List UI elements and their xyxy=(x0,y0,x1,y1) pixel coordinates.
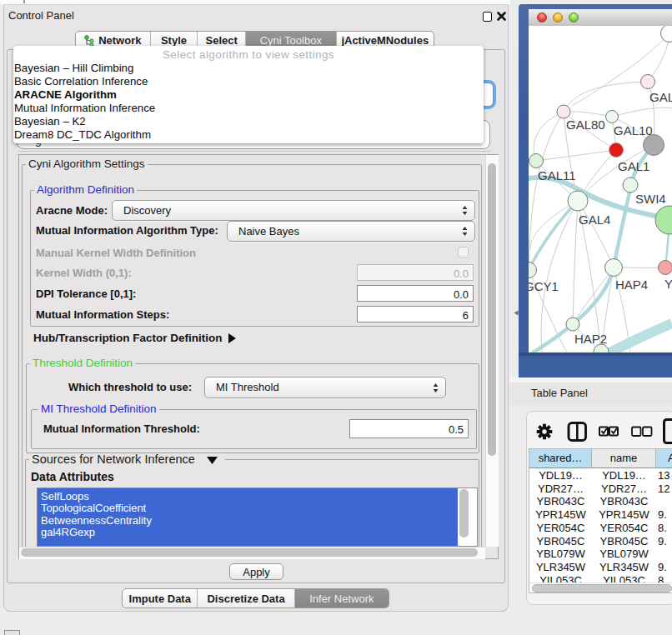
svg-text:GAL7: GAL7 xyxy=(649,90,672,104)
svg-text:GAL80: GAL80 xyxy=(566,118,605,132)
svg-text:GAL10: GAL10 xyxy=(614,123,653,138)
svg-text:HAP2: HAP2 xyxy=(574,332,607,346)
svg-text:SWI4: SWI4 xyxy=(635,192,666,206)
svg-text:YB: YB xyxy=(664,277,672,291)
svg-text:HAP4: HAP4 xyxy=(615,278,648,292)
svg-text:GAL1: GAL1 xyxy=(618,159,649,173)
svg-text:GCY1: GCY1 xyxy=(529,279,559,293)
svg-text:GAL4: GAL4 xyxy=(579,212,610,227)
svg-text:GAL11: GAL11 xyxy=(538,168,576,182)
